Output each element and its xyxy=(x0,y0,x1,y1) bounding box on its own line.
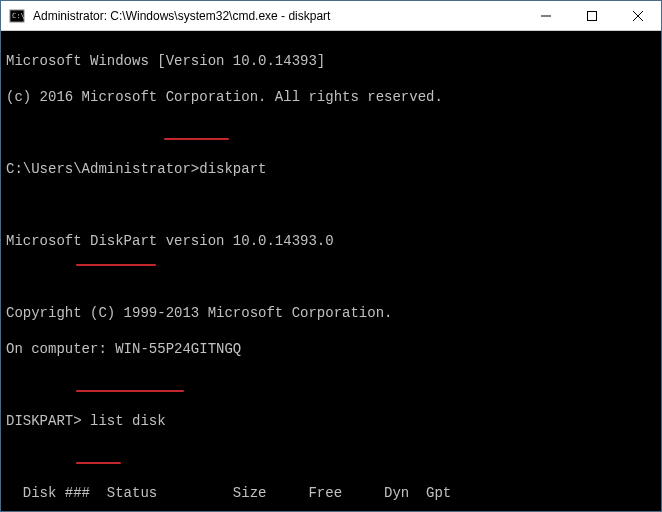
close-button[interactable] xyxy=(615,1,661,31)
on-computer-line: On computer: WIN-55P24GITNGQ xyxy=(6,340,656,358)
cmd-window: C:\ Administrator: C:\Windows\system32\c… xyxy=(0,0,662,512)
os-copyright-line: (c) 2016 Microsoft Corporation. All righ… xyxy=(6,88,656,106)
annotation-underline xyxy=(76,462,121,464)
annotation-underline xyxy=(76,390,184,392)
terminal-area[interactable]: Microsoft Windows [Version 10.0.14393] (… xyxy=(1,31,661,511)
prompt-line-2: DISKPART> list disk xyxy=(6,412,656,430)
os-version-line: Microsoft Windows [Version 10.0.14393] xyxy=(6,52,656,70)
command-diskpart: diskpart xyxy=(199,161,266,177)
app-icon: C:\ xyxy=(5,1,29,31)
annotation-underline xyxy=(76,264,156,266)
titlebar[interactable]: C:\ Administrator: C:\Windows\system32\c… xyxy=(1,1,661,31)
command-list-disk: list disk xyxy=(90,413,166,429)
window-controls xyxy=(523,1,661,31)
maximize-button[interactable] xyxy=(569,1,615,31)
dp-version-line: Microsoft DiskPart version 10.0.14393.0 xyxy=(6,232,656,250)
window-title: Administrator: C:\Windows\system32\cmd.e… xyxy=(29,9,523,23)
user-prompt: C:\Users\Administrator> xyxy=(6,161,199,177)
prompt-line-1: C:\Users\Administrator>diskpart xyxy=(6,160,656,178)
diskpart-prompt: DISKPART> xyxy=(6,413,90,429)
annotation-underline xyxy=(164,138,229,140)
table-header: Disk ### Status Size Free Dyn Gpt xyxy=(6,484,656,502)
minimize-button[interactable] xyxy=(523,1,569,31)
svg-text:C:\: C:\ xyxy=(12,12,25,20)
svg-rect-3 xyxy=(588,11,597,20)
dp-copyright-line: Copyright (C) 1999-2013 Microsoft Corpor… xyxy=(6,304,656,322)
